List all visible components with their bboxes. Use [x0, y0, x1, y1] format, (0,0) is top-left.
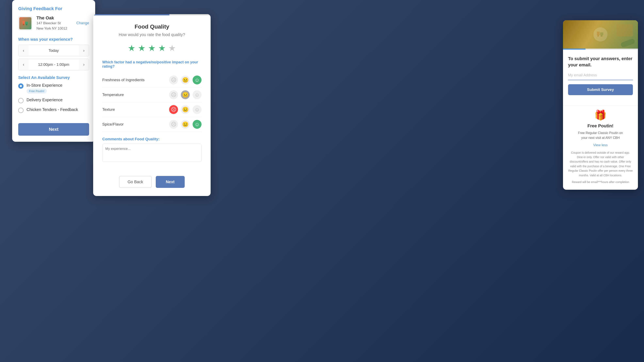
comments-textarea[interactable]: [102, 144, 202, 162]
restaurant-address: 147 Bleecker St New York NY 10012: [36, 21, 72, 31]
divider: [563, 105, 638, 106]
texture-neutral[interactable]: 😐: [181, 105, 190, 114]
star-rating[interactable]: ★ ★ ★ ★ ★: [102, 43, 202, 53]
date-next-button[interactable]: ›: [79, 45, 89, 56]
when-experience-label: When was your experience?: [18, 37, 89, 42]
right-panel-image: [563, 20, 638, 48]
center-panel-body: Food Quality How would you rate the food…: [93, 16, 210, 171]
go-back-button[interactable]: Go Back: [119, 176, 152, 188]
factor-freshness-emojis[interactable]: ☹ 😐 ☺: [169, 76, 202, 84]
temperature-negative[interactable]: ☹: [169, 90, 178, 99]
star-2[interactable]: ★: [138, 43, 146, 53]
texture-negative[interactable]: ☹: [169, 105, 178, 114]
survey-option-3[interactable]: Chicken Tenders - Feedback: [18, 107, 89, 113]
svg-rect-2: [23, 24, 24, 25]
food-quality-title: Food Quality: [102, 24, 202, 30]
radio-chicken[interactable]: [18, 108, 24, 113]
date-value: Today: [28, 48, 79, 53]
time-value: 12:00pm - 1:00pm: [28, 62, 79, 67]
freshness-negative[interactable]: ☹: [169, 76, 178, 84]
email-input[interactable]: [568, 72, 633, 78]
view-less-link[interactable]: View less: [568, 143, 633, 147]
gift-icon: 🎁: [568, 110, 633, 121]
temperature-neutral[interactable]: 😐: [181, 90, 190, 99]
email-section-title: To submit your answers, enter your email…: [568, 56, 633, 68]
progress-bar: [93, 14, 210, 16]
factor-spice-label: Spice/Flavor: [102, 122, 124, 126]
freshness-neutral[interactable]: 😐: [181, 76, 190, 84]
left-panel: Giving Feedback For The Oak 147 Bleecker…: [12, 0, 95, 142]
freshness-positive[interactable]: ☺: [192, 76, 202, 84]
radio-delivery[interactable]: [18, 98, 24, 103]
restaurant-info: The Oak 147 Bleecker St New York NY 1001…: [36, 16, 72, 31]
date-prev-button[interactable]: ‹: [18, 45, 28, 56]
center-panel: Food Quality How would you rate the food…: [93, 14, 210, 196]
factor-temperature-emojis[interactable]: ☹ 😐 ☺: [169, 90, 202, 99]
comments-label: Comments about Food Quality:: [102, 137, 202, 141]
spice-positive[interactable]: ☺: [192, 120, 202, 129]
temperature-positive[interactable]: ☺: [192, 90, 202, 99]
next-button-center[interactable]: Next: [156, 176, 185, 188]
date-picker: ‹ Today ›: [18, 45, 89, 56]
star-1[interactable]: ★: [128, 43, 136, 53]
factor-freshness-label: Freshness of Ingredients: [102, 78, 144, 82]
svg-rect-3: [26, 24, 27, 25]
factor-spice-emojis[interactable]: ☹ 😐 ☺: [169, 120, 202, 129]
factor-texture-label: Texture: [102, 107, 115, 112]
right-panel: To submit your answers, enter your email…: [563, 20, 638, 190]
spice-negative[interactable]: ☹: [169, 120, 178, 129]
reward-fine-print: Coupon is delivered outside of our rewar…: [568, 150, 633, 178]
next-button-left[interactable]: Next: [18, 123, 89, 136]
factor-texture-emojis[interactable]: ☹ 😐 ☺: [169, 105, 202, 114]
time-prev-button[interactable]: ‹: [18, 59, 28, 70]
factor-temperature-label: Temperature: [102, 92, 124, 97]
spice-neutral[interactable]: 😐: [181, 120, 190, 129]
factor-spice: Spice/Flavor ☹ 😐 ☺: [102, 117, 202, 132]
reward-email-note: Reward will be email***hours after compl…: [568, 180, 633, 184]
change-link[interactable]: Change: [76, 21, 89, 25]
survey-option-2[interactable]: Delivery Experience: [18, 98, 89, 103]
survey-option-3-text: Chicken Tenders - Feedback: [26, 107, 78, 112]
radio-in-store-inner: [20, 85, 22, 87]
reward-section: 🎁 Free Poutin! Free Regular Classic Pout…: [563, 110, 638, 190]
time-next-button[interactable]: ›: [79, 59, 89, 70]
star-5[interactable]: ★: [168, 43, 176, 53]
factor-freshness: Freshness of Ingredients ☹ 😐 ☺: [102, 73, 202, 88]
survey-option-1-text: In-Store Experience Free Poutin!: [26, 83, 62, 94]
restaurant-icon: [21, 19, 29, 27]
svg-rect-0: [22, 21, 25, 24]
center-panel-footer: Go Back Next: [93, 171, 210, 196]
reward-title: Free Poutin!: [568, 123, 633, 128]
factor-texture: Texture ☹ 😐 ☺: [102, 102, 202, 117]
progress-fill: [93, 14, 170, 16]
food-decoration: [617, 24, 633, 36]
right-panel-progress-fill: [563, 48, 586, 50]
survey-option-2-text: Delivery Experience: [26, 98, 62, 102]
time-picker: ‹ 12:00pm - 1:00pm ›: [18, 59, 89, 70]
email-input-wrapper: [568, 72, 633, 80]
food-quality-subtitle: How would you rate the food quality?: [102, 32, 202, 37]
survey-option-1[interactable]: In-Store Experience Free Poutin!: [18, 83, 89, 94]
restaurant-card: The Oak 147 Bleecker St New York NY 1001…: [18, 16, 89, 31]
texture-positive[interactable]: ☺: [192, 105, 202, 114]
submit-survey-button[interactable]: Submit Survey: [568, 84, 633, 95]
restaurant-logo: [18, 16, 32, 30]
restaurant-name: The Oak: [36, 16, 72, 21]
survey-badge-1: Free Poutin!: [26, 89, 47, 94]
radio-in-store[interactable]: [18, 84, 24, 89]
reward-subtitle: Free Regular Classic Poutin on your next…: [568, 130, 633, 140]
select-survey-label: Select An Available Survey: [18, 75, 89, 80]
restaurant-logo-inner: [19, 17, 32, 29]
star-3[interactable]: ★: [148, 43, 156, 53]
giving-feedback-label: Giving Feedback For: [18, 6, 89, 11]
factors-question: Which factor had a negative/no/positive …: [102, 60, 202, 69]
right-panel-body: To submit your answers, enter your email…: [563, 50, 638, 101]
star-4[interactable]: ★: [158, 43, 166, 53]
factor-temperature: Temperature ☹ 😐 ☺: [102, 88, 202, 102]
